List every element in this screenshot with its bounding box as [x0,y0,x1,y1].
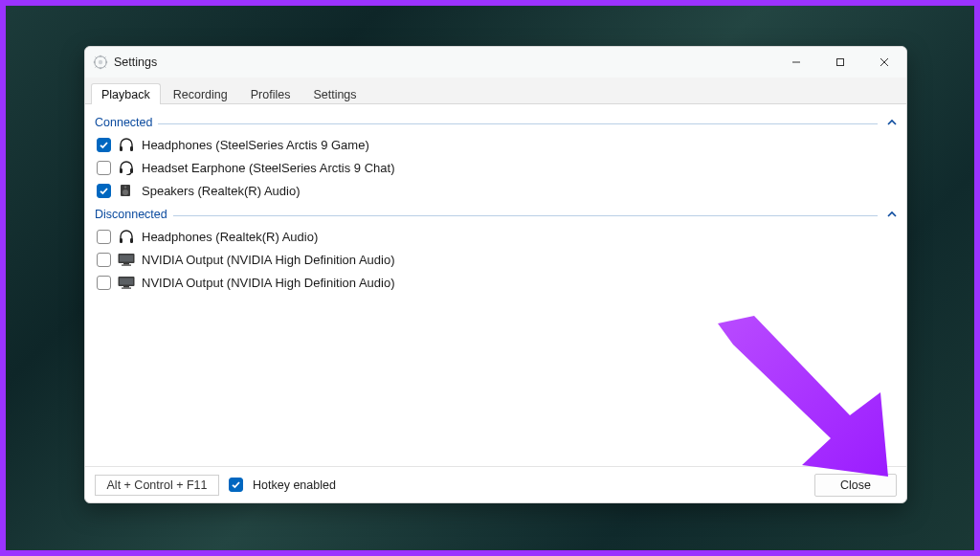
device-label: Headphones (SteelSeries Arctis 9 Game) [142,138,369,152]
device-checkbox[interactable] [97,184,111,198]
svg-rect-22 [130,238,133,243]
hotkey-input[interactable]: Alt + Control + F11 [95,475,219,496]
tab-label: Playback [101,88,150,101]
svg-line-5 [96,57,97,58]
svg-point-20 [124,186,126,188]
tab-profiles[interactable]: Profiles [240,83,301,104]
device-checkbox[interactable] [97,161,111,175]
device-row[interactable]: Headset Earphone (SteelSeries Arctis 9 C… [95,156,897,179]
titlebar: Settings [85,47,906,78]
device-label: NVIDIA Output (NVIDIA High Definition Au… [142,253,394,267]
device-label: Speakers (Realtek(R) Audio) [142,184,300,198]
close-button-label: Close [840,478,871,492]
monitor-icon [117,251,136,268]
svg-rect-16 [120,168,122,173]
svg-rect-15 [130,146,133,151]
svg-rect-11 [837,59,844,66]
device-row[interactable]: NVIDIA Output (NVIDIA High Definition Au… [95,248,897,271]
device-checkbox[interactable] [97,138,111,152]
tab-label: Recording [173,88,228,101]
svg-rect-25 [123,263,129,265]
tab-label: Settings [313,88,356,101]
svg-rect-30 [122,288,131,289]
content-area: Connected Headphones (SteelSeries Arctis… [85,104,906,466]
close-button[interactable]: Close [814,474,897,497]
headphones-icon [117,136,136,153]
headphones-icon [117,228,136,245]
tab-recording[interactable]: Recording [163,83,238,104]
svg-rect-21 [120,238,122,243]
tab-playback[interactable]: Playback [91,83,161,104]
headset-icon [117,159,136,176]
hotkey-enabled-label: Hotkey enabled [253,478,336,492]
svg-line-8 [104,57,105,58]
maximize-button[interactable] [818,47,862,78]
svg-rect-26 [122,265,131,266]
section-title: Disconnected [95,208,173,221]
section-header-disconnected[interactable]: Disconnected [95,204,897,225]
app-icon [93,55,108,70]
minimize-button[interactable] [774,47,818,78]
svg-line-6 [104,66,105,67]
footer: Alt + Control + F11 Hotkey enabled Close [85,466,906,502]
svg-rect-29 [123,286,129,288]
svg-rect-28 [120,278,133,285]
svg-rect-17 [130,168,133,173]
settings-window: Settings Playback Recording Profiles Set… [84,46,907,503]
section-header-connected[interactable]: Connected [95,112,897,133]
device-checkbox[interactable] [97,253,111,267]
device-checkbox[interactable] [97,276,111,290]
monitor-icon [117,274,136,291]
svg-point-9 [99,60,102,64]
svg-rect-14 [120,146,122,151]
device-checkbox[interactable] [97,230,111,244]
close-window-button[interactable] [862,47,906,78]
tab-settings[interactable]: Settings [302,83,367,104]
tab-label: Profiles [251,88,291,101]
device-label: NVIDIA Output (NVIDIA High Definition Au… [142,276,394,290]
speaker-icon [117,182,136,199]
chevron-up-icon [878,210,897,219]
tabstrip: Playback Recording Profiles Settings [85,78,906,104]
device-row[interactable]: Speakers (Realtek(R) Audio) [95,179,897,202]
divider [173,215,878,216]
divider [158,123,878,124]
svg-point-19 [122,189,128,195]
device-row[interactable]: Headphones (Realtek(R) Audio) [95,225,897,248]
device-row[interactable]: NVIDIA Output (NVIDIA High Definition Au… [95,271,897,294]
svg-rect-24 [120,256,133,262]
window-title: Settings [114,56,157,69]
hotkey-text: Alt + Control + F11 [107,478,208,492]
device-row[interactable]: Headphones (SteelSeries Arctis 9 Game) [95,133,897,156]
device-label: Headphones (Realtek(R) Audio) [142,230,318,244]
section-title: Connected [95,116,158,129]
chevron-up-icon [878,118,897,127]
annotated-frame: Settings Playback Recording Profiles Set… [0,0,980,556]
hotkey-enabled-checkbox[interactable] [229,478,243,492]
device-label: Headset Earphone (SteelSeries Arctis 9 C… [142,161,394,175]
svg-line-7 [96,66,97,67]
